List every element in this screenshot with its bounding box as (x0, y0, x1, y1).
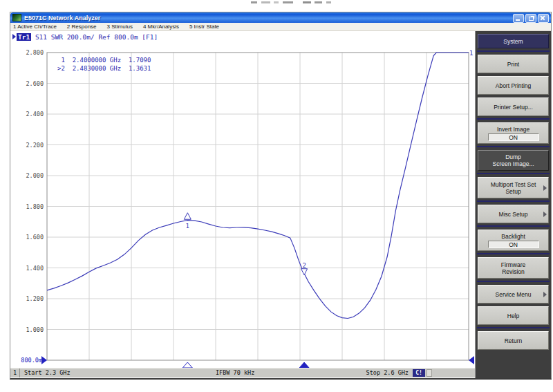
reference-level-label: 800.0m (10, 357, 42, 364)
y-axis-label: 1.600 (12, 234, 44, 241)
marker-2-stimulus-indicator[interactable] (299, 362, 309, 368)
softkey-label: Return (505, 337, 523, 344)
softkey-label: Help (507, 312, 519, 319)
softkey-misc-setup[interactable]: Misc Setup (478, 205, 549, 223)
close-button[interactable] (538, 14, 549, 23)
content-area: 112 Tr1 S11 SWR 200.0m/ Ref 800.0m [F1] … (10, 31, 551, 378)
softkey-sidebar: SystemPrintAbort PrintingPrinter Setup..… (475, 31, 551, 378)
marker-1-stimulus-indicator[interactable] (182, 362, 192, 368)
softkey-label: Service Menu (496, 291, 532, 298)
marker-readout-row-2: >2 2.4830000 GHz 1.3631 (57, 64, 151, 73)
y-axis-label: 1.000 (12, 326, 44, 333)
menu-item-3[interactable]: 3 Stimulus (107, 24, 133, 30)
softkey-separator (477, 146, 550, 147)
ref-level-right-arrow-icon (469, 356, 474, 364)
marker-readout-row-1: 1 2.4000000 GHz 1.7090 (57, 56, 151, 64)
softkey-print[interactable]: Print (478, 55, 549, 73)
softkey-label: Setup (505, 188, 521, 195)
measurement-screen: 112 Tr1 S11 SWR 200.0m/ Ref 800.0m [F1] … (10, 31, 475, 378)
softkey-return[interactable]: Return (478, 331, 549, 350)
softkey-label: Invert Image (497, 126, 529, 133)
cal-status-badge: C! (413, 369, 425, 377)
softkey-label: System (503, 38, 523, 45)
softkey-separator (477, 118, 550, 120)
marker-2-symbol[interactable] (301, 269, 308, 275)
submenu-arrow-icon (543, 292, 547, 297)
title-bar[interactable]: E5071C Network Analyzer (10, 12, 551, 23)
softkey-backlight[interactable]: BacklightON (478, 230, 549, 251)
softkey-label: Firmware (501, 261, 525, 268)
y-axis-label: 2.200 (12, 142, 44, 149)
ref-level-left-arrow-icon (41, 356, 47, 364)
marker-1-symbol[interactable] (184, 213, 191, 220)
softkey-label: Dump (505, 153, 521, 160)
marker-2-number: 2 (302, 262, 306, 269)
y-axis-label: 1.400 (12, 265, 44, 272)
softkey-invert-image[interactable]: Invert ImageON (478, 122, 549, 144)
softkey-label: Printer Setup... (494, 104, 533, 111)
instrument-window: E5071C Network Analyzer 1 Active Ch/Trac… (10, 12, 552, 380)
stop-frequency: Stop 2.6 GHz (366, 368, 409, 377)
menu-bar: 1 Active Ch/Trace2 Response3 Stimulus4 M… (10, 23, 551, 31)
softkey-toggle-state[interactable]: ON (488, 241, 539, 248)
softkey-toggle-state[interactable]: ON (488, 133, 539, 141)
marker-1-number: 1 (186, 223, 189, 230)
softkey-help[interactable]: Help (478, 306, 549, 325)
page: E5071C Network Analyzer 1 Active Ch/Trac… (0, 0, 553, 392)
softkey-abort-printing[interactable]: Abort Printing (478, 76, 549, 95)
softkey-separator (477, 253, 550, 254)
softkey-separator (477, 173, 550, 174)
y-axis-label: 2.400 (12, 111, 44, 118)
softkey-separator (477, 281, 550, 282)
swr-plot: 112 (10, 31, 475, 378)
softkey-firmware[interactable]: FirmwareRevision (478, 257, 549, 279)
softkey-multiport-test-set[interactable]: Multiport Test SetSetup (478, 177, 549, 198)
trace-end-number: 1 (469, 50, 473, 57)
active-trace-arrow-icon (12, 34, 16, 39)
trace-status-text: S11 SWR 200.0m/ Ref 800.0m [F1] (31, 33, 158, 41)
menu-item-5[interactable]: 5 Instr State (189, 24, 219, 30)
softkey-label: Backlight (501, 233, 525, 240)
minimize-icon (516, 19, 520, 21)
status-bar: 1 Start 2.3 GHz IFBW 70 kHz Stop 2.6 GHz… (10, 368, 475, 377)
softkey-label: Misc Setup (498, 211, 527, 218)
trace-status-line: Tr1 S11 SWR 200.0m/ Ref 800.0m [F1] (12, 32, 158, 41)
channel-number: 1 (10, 368, 20, 377)
softkey-label: Revision (502, 268, 525, 275)
y-axis-label: 1.200 (12, 295, 44, 302)
softkey-separator (477, 225, 550, 227)
softkey-separator (477, 327, 550, 328)
softkey-separator (477, 200, 550, 202)
y-axis-label: 2.000 (12, 172, 44, 179)
window-title: E5071C Network Analyzer (24, 15, 100, 21)
start-frequency: Start 2.3 GHz (24, 368, 71, 377)
submenu-arrow-icon (543, 185, 547, 191)
y-axis-label: 2.600 (12, 80, 44, 87)
status-bar-endcap (427, 369, 432, 377)
restore-button[interactable] (525, 14, 536, 23)
menu-item-1[interactable]: 1 Active Ch/Trace (13, 24, 57, 30)
ifbw-readout: IFBW 70 kHz (216, 368, 254, 377)
softkey-service-menu[interactable]: Service Menu (478, 285, 549, 304)
softkey-dump[interactable]: DumpScreen Image... (478, 150, 549, 171)
softkey-label: Abort Printing (496, 82, 532, 89)
softkey-printer-setup[interactable]: Printer Setup... (478, 97, 549, 116)
softkey-label: Print (507, 61, 519, 68)
restore-icon (529, 17, 534, 21)
menu-item-4[interactable]: 4 Mkr/Analysis (143, 24, 179, 30)
softkey-separator (477, 50, 550, 52)
trace-badge[interactable]: Tr1 (17, 33, 31, 41)
softkey-label: Screen Image... (492, 160, 534, 167)
softkey-label: Multiport Test Set (491, 181, 536, 188)
submenu-arrow-icon (543, 212, 547, 217)
minimize-button[interactable] (513, 14, 524, 23)
app-icon (12, 14, 21, 21)
menu-item-2[interactable]: 2 Response (67, 24, 97, 30)
marker-readout: 1 2.4000000 GHz 1.7090>2 2.4830000 GHz 1… (57, 56, 151, 73)
y-axis-label: 2.800 (12, 49, 44, 56)
softkey-system[interactable]: System (478, 34, 549, 48)
y-axis-label: 1.800 (12, 203, 44, 210)
